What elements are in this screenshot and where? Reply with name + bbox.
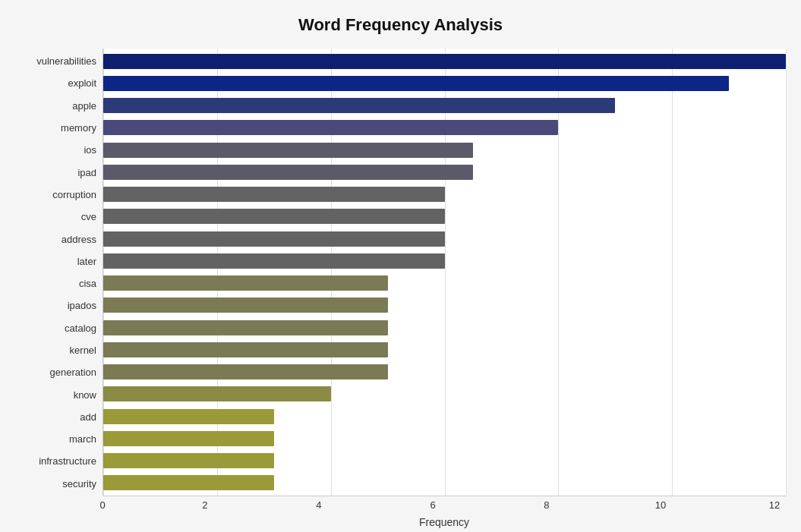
bar bbox=[103, 320, 388, 335]
y-label: corruption bbox=[15, 184, 96, 204]
y-label: add bbox=[15, 407, 96, 427]
y-label: later bbox=[15, 251, 96, 271]
bars-inner bbox=[103, 49, 786, 496]
y-labels: vulnerabilitiesexploitapplememoryiosipad… bbox=[15, 49, 102, 496]
bar bbox=[103, 453, 274, 468]
y-label: generation bbox=[15, 363, 96, 382]
y-label: cisa bbox=[15, 274, 96, 294]
bar-row bbox=[103, 296, 786, 314]
chart-title: Word Frequency Analysis bbox=[15, 15, 786, 35]
bar-row bbox=[103, 96, 786, 115]
bar bbox=[103, 143, 473, 158]
bar bbox=[103, 342, 388, 357]
y-label: catalog bbox=[15, 318, 96, 338]
bar bbox=[103, 165, 473, 180]
x-ticks: 024681012 bbox=[102, 496, 786, 512]
bar bbox=[103, 120, 558, 135]
y-label: security bbox=[15, 474, 96, 493]
x-tick: 0 bbox=[91, 499, 114, 511]
chart-area: vulnerabilitiesexploitapplememoryiosipad… bbox=[15, 49, 786, 496]
bar bbox=[103, 409, 274, 424]
bar-row bbox=[103, 74, 786, 93]
bar-row bbox=[103, 230, 786, 248]
y-label: memory bbox=[15, 118, 96, 138]
grid-line bbox=[786, 49, 787, 496]
y-label: march bbox=[15, 430, 96, 449]
y-label: apple bbox=[15, 96, 96, 115]
bar bbox=[103, 475, 274, 490]
x-axis: 024681012 Frequency bbox=[102, 496, 786, 528]
bar-row bbox=[103, 163, 786, 181]
bar-row bbox=[103, 185, 786, 203]
bar bbox=[103, 209, 445, 224]
bar-row bbox=[103, 118, 786, 137]
y-label: know bbox=[15, 385, 96, 405]
bar-row bbox=[103, 274, 786, 292]
y-label: ipados bbox=[15, 296, 96, 316]
bar-row bbox=[103, 474, 786, 492]
bar bbox=[103, 364, 388, 379]
bar-row bbox=[103, 430, 786, 448]
bar bbox=[103, 275, 388, 291]
x-tick: 4 bbox=[307, 499, 330, 511]
bar-row bbox=[103, 408, 786, 426]
x-tick: 2 bbox=[194, 499, 216, 511]
bar bbox=[103, 54, 786, 69]
bar-row bbox=[103, 52, 786, 71]
bar bbox=[103, 76, 729, 91]
y-label: kernel bbox=[15, 341, 96, 360]
y-label: ios bbox=[15, 140, 96, 160]
y-label: cve bbox=[15, 207, 96, 227]
y-label: infrastructure bbox=[15, 452, 96, 471]
x-tick: 12 bbox=[763, 499, 786, 511]
bar bbox=[103, 231, 445, 247]
x-axis-label: Frequency bbox=[102, 516, 786, 528]
y-label: exploit bbox=[15, 74, 96, 93]
bar-row bbox=[103, 141, 786, 159]
bar-row bbox=[103, 341, 786, 359]
bar bbox=[103, 98, 615, 113]
bar bbox=[103, 187, 445, 202]
chart-container: Word Frequency Analysis vulnerabilitiese… bbox=[0, 0, 801, 532]
y-label: vulnerabilities bbox=[15, 52, 96, 71]
bar-row bbox=[103, 385, 786, 403]
bar bbox=[103, 297, 388, 313]
bar-row bbox=[103, 452, 786, 470]
x-tick: 8 bbox=[535, 499, 558, 511]
bar-row bbox=[103, 252, 786, 270]
bar bbox=[103, 431, 274, 446]
bar-row bbox=[103, 207, 786, 225]
x-tick: 10 bbox=[649, 499, 672, 511]
y-label: ipad bbox=[15, 162, 96, 182]
bar bbox=[103, 253, 445, 269]
bars-area bbox=[102, 49, 786, 496]
bar-row bbox=[103, 363, 786, 381]
bar-row bbox=[103, 319, 786, 337]
bar bbox=[103, 386, 331, 401]
x-tick: 6 bbox=[421, 499, 444, 511]
y-label: address bbox=[15, 229, 96, 249]
